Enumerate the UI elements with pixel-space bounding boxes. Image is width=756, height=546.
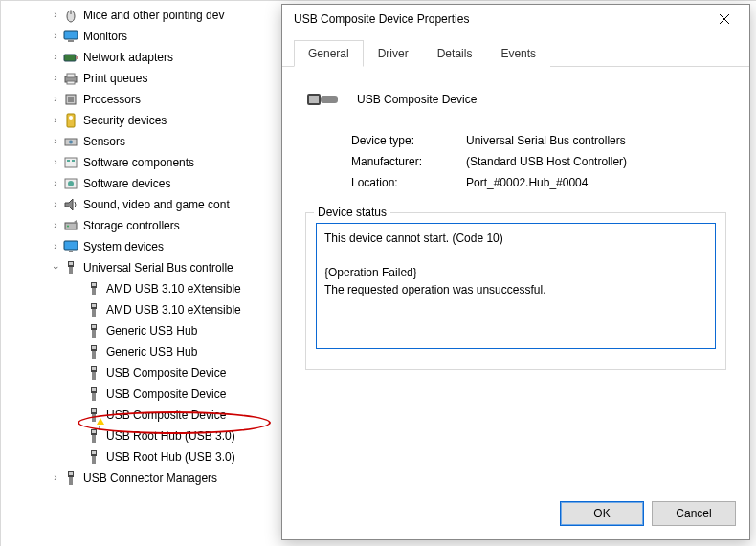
svg-rect-38 [92,346,96,349]
expand-icon[interactable]: › [49,194,62,215]
system-device-icon [62,238,79,255]
tree-label: Processors [83,89,141,110]
tree-label: USB Composite Device [106,362,226,383]
svg-rect-41 [92,367,96,370]
svg-point-14 [69,141,73,144]
tree-label: System devices [83,236,164,257]
property-key: Location: [351,176,466,189]
tree-label: USB Root Hub (USB 3.0) [106,447,235,468]
tree-label: USB Connector Managers [83,468,217,489]
svg-rect-3 [68,40,74,42]
svg-rect-17 [72,160,75,162]
tree-label: AMD USB 3.10 eXtensible [106,299,241,320]
expand-icon[interactable]: › [49,89,62,110]
properties-dialog: USB Composite Device Properties General … [281,4,750,540]
property-key: Manufacturer: [351,155,466,168]
tree-label: Network adapters [83,47,173,68]
close-button[interactable] [705,6,744,33]
usb-plug-icon [85,364,102,382]
expand-icon[interactable]: › [49,152,62,173]
usb-plug-icon [85,427,102,445]
svg-rect-26 [69,262,73,265]
device-header: USB Composite Device [305,86,726,113]
storage-icon [62,217,79,234]
usb-device-icon [305,86,340,113]
svg-rect-1 [71,11,72,14]
network-adapter-icon [62,49,79,66]
tab-events[interactable]: Events [486,40,550,67]
tree-label: Software components [83,152,194,173]
svg-rect-45 [92,393,96,401]
tree-label: Storage controllers [83,215,180,236]
property-key: Device type: [351,134,466,147]
property-row-type: Device type: Universal Serial Bus contro… [351,134,726,147]
security-icon [62,112,79,129]
expand-icon[interactable]: › [49,173,62,194]
svg-rect-29 [92,283,96,286]
svg-rect-32 [92,304,96,307]
usb-plug-icon [85,301,102,318]
tab-strip: General Driver Details Events [282,33,749,67]
svg-rect-56 [69,472,73,475]
dialog-title: USB Composite Device Properties [294,12,705,26]
expand-icon[interactable]: › [49,26,62,47]
printer-icon [62,70,79,87]
svg-rect-36 [92,330,96,338]
expand-icon[interactable]: › [49,47,62,68]
expand-icon[interactable]: › [49,468,62,489]
svg-rect-5 [76,56,78,59]
svg-rect-35 [92,325,96,328]
svg-rect-33 [92,309,96,317]
expand-icon[interactable]: › [49,236,62,257]
tree-label: USB Root Hub (USB 3.0) [106,426,235,447]
svg-rect-27 [69,267,73,274]
tab-general[interactable]: General [294,40,364,67]
cancel-button[interactable]: Cancel [652,501,736,526]
tree-label: Sound, video and game cont [83,194,230,215]
svg-rect-47 [92,409,96,412]
ok-button[interactable]: OK [560,501,644,526]
tree-label: Universal Serial Bus controlle [83,257,233,278]
svg-rect-62 [321,96,338,103]
usb-icon [62,470,79,487]
svg-rect-53 [92,451,96,454]
svg-rect-24 [69,251,73,252]
software-device-icon [62,175,79,192]
expand-icon[interactable]: › [49,68,62,89]
property-value: (Standard USB Host Controller) [466,155,627,168]
tree-label: Monitors [83,26,127,47]
svg-rect-48 [92,414,96,422]
tree-label: Sensors [83,131,125,152]
monitor-icon [62,28,79,45]
dialog-titlebar[interactable]: USB Composite Device Properties [282,5,749,33]
svg-rect-15 [65,158,77,167]
device-status-legend: Device status [314,206,390,219]
mouse-icon [62,7,79,24]
device-name: USB Composite Device [357,93,477,106]
tree-label: Security devices [83,110,167,131]
speaker-icon [62,196,79,213]
svg-rect-44 [92,388,96,391]
tree-label: Mice and other pointing dev [83,5,224,26]
svg-rect-8 [67,81,75,84]
collapse-icon[interactable]: › [45,261,66,274]
tab-body-general: USB Composite Device Device type: Univer… [282,67,749,491]
svg-rect-39 [92,351,96,359]
sensor-icon [62,133,79,150]
tab-driver[interactable]: Driver [364,40,423,67]
expand-icon[interactable]: › [49,215,62,236]
tree-label: USB Composite Device [106,383,226,404]
device-status-text[interactable] [316,223,716,349]
device-status-group: Device status [305,212,726,370]
svg-rect-42 [92,372,96,380]
usb-plug-icon [85,448,102,466]
tab-details[interactable]: Details [423,40,487,67]
svg-marker-20 [65,199,73,210]
property-row-manufacturer: Manufacturer: (Standard USB Host Control… [351,155,726,168]
property-row-location: Location: Port_#0002.Hub_#0004 [351,176,726,189]
usb-plug-icon [85,343,102,360]
expand-icon[interactable]: › [49,131,62,152]
expand-icon[interactable]: › [49,110,62,131]
svg-point-12 [69,116,73,120]
expand-icon[interactable]: › [49,5,62,26]
